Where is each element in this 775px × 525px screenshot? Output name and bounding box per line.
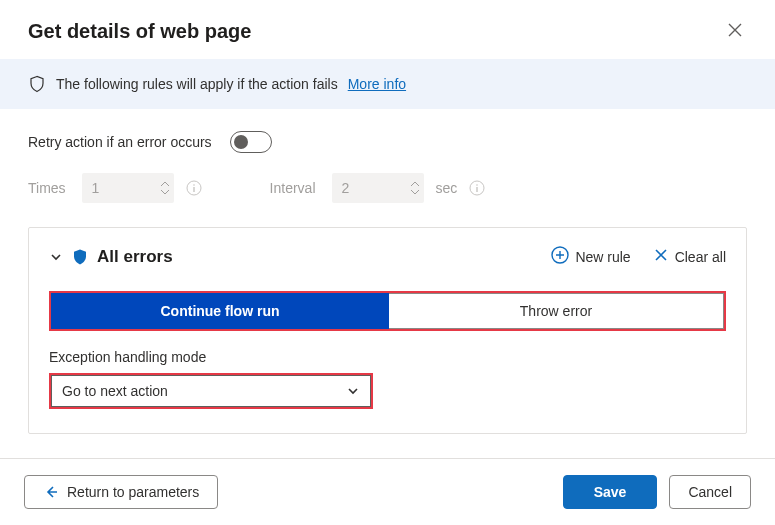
arrow-left-icon xyxy=(43,484,59,500)
toggle-knob xyxy=(234,135,248,149)
mode-label: Exception handling mode xyxy=(49,349,726,365)
times-label: Times xyxy=(28,180,66,196)
shield-icon xyxy=(71,248,89,266)
interval-value: 2 xyxy=(342,180,410,196)
save-button[interactable]: Save xyxy=(563,475,658,509)
svg-point-1 xyxy=(193,184,195,186)
retry-toggle[interactable] xyxy=(230,131,272,153)
interval-unit: sec xyxy=(436,180,458,196)
errors-header: All errors New rule Clear all xyxy=(49,246,726,267)
stepper-icon xyxy=(160,181,170,195)
retry-row: Retry action if an error occurs xyxy=(28,131,747,153)
dialog-title: Get details of web page xyxy=(28,20,251,43)
close-icon xyxy=(727,22,743,38)
interval-label: Interval xyxy=(270,180,316,196)
clear-all-button[interactable]: Clear all xyxy=(653,247,726,266)
dialog-header: Get details of web page xyxy=(0,0,775,59)
errors-title-group[interactable]: All errors xyxy=(49,247,173,267)
info-icon xyxy=(186,180,202,196)
errors-panel: All errors New rule Clear all xyxy=(28,227,747,434)
shield-icon xyxy=(28,75,46,93)
save-label: Save xyxy=(594,484,627,500)
segment-continue-label: Continue flow run xyxy=(161,303,280,319)
info-icon xyxy=(469,180,485,196)
svg-rect-5 xyxy=(477,187,478,192)
dialog-footer: Return to parameters Save Cancel xyxy=(0,458,775,525)
times-input: 1 xyxy=(82,173,174,203)
cancel-button[interactable]: Cancel xyxy=(669,475,751,509)
svg-point-4 xyxy=(477,184,479,186)
new-rule-label: New rule xyxy=(575,249,630,265)
plus-circle-icon xyxy=(551,246,569,267)
dialog-content: Retry action if an error occurs Times 1 … xyxy=(0,109,775,458)
close-button[interactable] xyxy=(723,18,747,45)
errors-actions: New rule Clear all xyxy=(551,246,726,267)
more-info-link[interactable]: More info xyxy=(348,76,406,92)
new-rule-button[interactable]: New rule xyxy=(551,246,630,267)
cancel-label: Cancel xyxy=(688,484,732,500)
return-label: Return to parameters xyxy=(67,484,199,500)
times-value: 1 xyxy=(92,180,160,196)
mode-select[interactable]: Go to next action xyxy=(51,375,371,407)
close-icon xyxy=(653,247,669,266)
mode-select-highlight: Go to next action xyxy=(49,373,373,409)
segment-continue[interactable]: Continue flow run xyxy=(51,293,389,329)
clear-all-label: Clear all xyxy=(675,249,726,265)
segment-throw-label: Throw error xyxy=(520,303,592,319)
stepper-icon xyxy=(410,181,420,195)
mode-value: Go to next action xyxy=(62,383,168,399)
svg-rect-2 xyxy=(193,187,194,192)
chevron-down-icon xyxy=(346,384,360,398)
errors-title: All errors xyxy=(97,247,173,267)
return-button[interactable]: Return to parameters xyxy=(24,475,218,509)
interval-input: 2 xyxy=(332,173,424,203)
chevron-down-icon xyxy=(49,250,63,264)
segment-throw[interactable]: Throw error xyxy=(389,293,724,329)
banner-text: The following rules will apply if the ac… xyxy=(56,76,338,92)
flow-mode-segments: Continue flow run Throw error xyxy=(49,291,726,331)
info-banner: The following rules will apply if the ac… xyxy=(0,59,775,109)
retry-params: Times 1 Interval 2 sec xyxy=(28,173,747,203)
retry-label: Retry action if an error occurs xyxy=(28,134,212,150)
